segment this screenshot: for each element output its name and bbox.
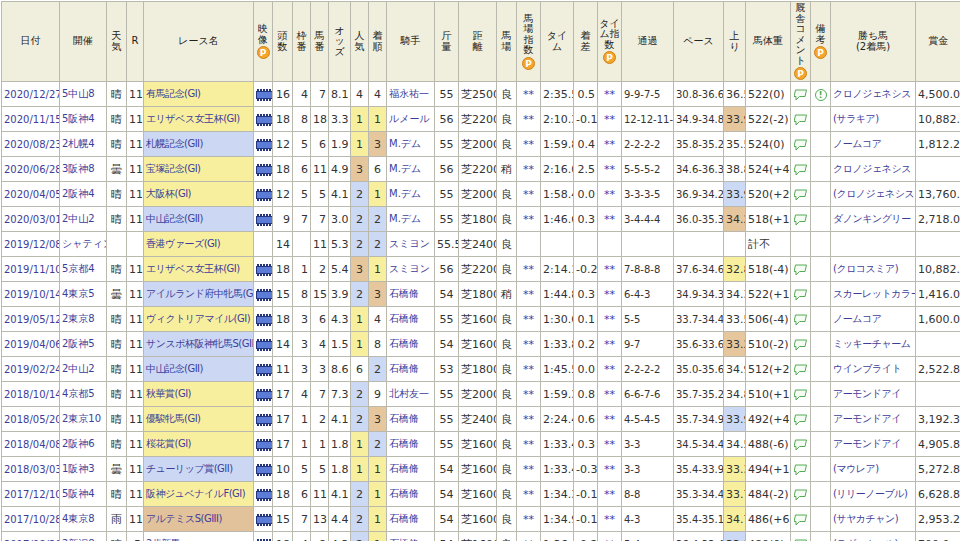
video-film-icon[interactable] xyxy=(256,514,273,526)
video-cell[interactable] xyxy=(254,257,273,282)
comment-bubble-icon[interactable] xyxy=(794,164,808,176)
venue-link[interactable]: 2新潟8 xyxy=(60,532,107,541)
jockey-link[interactable]: M.デム xyxy=(387,182,435,207)
race-link[interactable]: 優駿牝馬(GI) xyxy=(144,407,254,432)
venue-link[interactable]: 2阪神6 xyxy=(60,432,107,457)
date-link[interactable]: 2019/04/06 xyxy=(2,332,60,357)
remark-cell[interactable] xyxy=(811,257,831,282)
remark-cell[interactable] xyxy=(811,357,831,382)
comment-bubble-icon[interactable] xyxy=(794,89,808,101)
stable-comment-cell[interactable] xyxy=(791,307,811,332)
race-link[interactable]: ヴィクトリアマイル(GI) xyxy=(144,307,254,332)
jockey-link[interactable]: M.デム xyxy=(387,157,435,182)
premium-p-icon[interactable]: P xyxy=(603,51,616,64)
jockey-link[interactable]: 北村友一 xyxy=(387,382,435,407)
date-link[interactable]: 2018/04/08 xyxy=(2,432,60,457)
venue-link[interactable]: 3阪神8 xyxy=(60,157,107,182)
jockey-link[interactable]: 石橋脩 xyxy=(387,432,435,457)
remark-cell[interactable] xyxy=(811,432,831,457)
comment-bubble-icon[interactable] xyxy=(794,264,808,276)
jockey-link[interactable]: M.デム xyxy=(387,132,435,157)
winner-link[interactable]: アーモンドアイ xyxy=(831,407,916,432)
winner-link[interactable]: ノームコア xyxy=(831,307,916,332)
video-cell[interactable] xyxy=(254,382,273,407)
video-cell[interactable] xyxy=(254,357,273,382)
winner-link[interactable]: スカーレットカラー xyxy=(831,282,916,307)
video-cell[interactable] xyxy=(254,407,273,432)
stable-comment-cell[interactable] xyxy=(791,432,811,457)
race-link[interactable]: 中山記念(GII) xyxy=(144,207,254,232)
premium-p-icon[interactable]: P xyxy=(794,67,807,80)
date-link[interactable]: 2017/10/28 xyxy=(2,507,60,532)
jockey-link[interactable]: 石橋脩 xyxy=(387,282,435,307)
comment-bubble-icon[interactable] xyxy=(794,514,808,526)
race-link[interactable]: エリザベス女王杯(GI) xyxy=(144,257,254,282)
jockey-link[interactable]: 石橋脩 xyxy=(387,357,435,382)
remark-cell[interactable] xyxy=(811,407,831,432)
venue-link[interactable]: 2中山2 xyxy=(60,357,107,382)
winner-link[interactable]: アーモンドアイ xyxy=(831,382,916,407)
remark-cell[interactable] xyxy=(811,382,831,407)
race-link[interactable]: アイルランド府中牝馬(GII) xyxy=(144,282,254,307)
remark-cell[interactable] xyxy=(811,507,831,532)
comment-bubble-icon[interactable] xyxy=(794,314,808,326)
venue-link[interactable]: 2東京10 xyxy=(60,407,107,432)
date-link[interactable]: 2017/12/10 xyxy=(2,482,60,507)
remark-cell[interactable] xyxy=(811,132,831,157)
jockey-link[interactable]: 福永祐一 xyxy=(387,82,435,107)
comment-bubble-icon[interactable] xyxy=(794,114,808,126)
race-link[interactable]: 大阪杯(GI) xyxy=(144,182,254,207)
stable-comment-cell[interactable] xyxy=(791,332,811,357)
race-link[interactable]: 有馬記念(GI) xyxy=(144,82,254,107)
stable-comment-cell[interactable] xyxy=(791,257,811,282)
race-link[interactable]: 宝塚記念(GI) xyxy=(144,157,254,182)
remark-cell[interactable] xyxy=(811,482,831,507)
date-link[interactable]: 2020/04/05 xyxy=(2,182,60,207)
jockey-link[interactable]: スミヨン xyxy=(387,257,435,282)
premium-p-icon[interactable]: P xyxy=(814,46,827,59)
jockey-link[interactable]: スミヨン xyxy=(387,232,435,257)
video-film-icon[interactable] xyxy=(256,414,273,426)
remark-cell[interactable] xyxy=(811,207,831,232)
venue-link[interactable]: シャティン xyxy=(60,232,107,257)
video-film-icon[interactable] xyxy=(256,389,273,401)
stable-comment-cell[interactable] xyxy=(791,532,811,541)
stable-comment-cell[interactable] xyxy=(791,157,811,182)
winner-link[interactable] xyxy=(831,232,916,257)
venue-link[interactable]: 5京都4 xyxy=(60,257,107,282)
jockey-link[interactable]: M.デム xyxy=(387,207,435,232)
winner-link[interactable]: ノームコア xyxy=(831,132,916,157)
video-cell[interactable] xyxy=(254,82,273,107)
venue-link[interactable]: 5阪神4 xyxy=(60,482,107,507)
video-film-icon[interactable] xyxy=(256,289,273,301)
comment-bubble-icon[interactable] xyxy=(794,439,808,451)
winner-link[interactable]: クロノジェネシス xyxy=(831,157,916,182)
comment-bubble-icon[interactable] xyxy=(794,464,808,476)
date-link[interactable]: 2019/05/12 xyxy=(2,307,60,332)
date-link[interactable]: 2019/11/10 xyxy=(2,257,60,282)
stable-comment-cell[interactable] xyxy=(791,457,811,482)
stable-comment-cell[interactable] xyxy=(791,82,811,107)
date-link[interactable]: 2020/03/01 xyxy=(2,207,60,232)
venue-link[interactable]: 2東京8 xyxy=(60,307,107,332)
winner-link[interactable]: クロノジェネシス xyxy=(831,82,916,107)
comment-bubble-icon[interactable] xyxy=(794,214,808,226)
race-link[interactable]: 香港ヴァーズ(GI) xyxy=(144,232,254,257)
date-link[interactable]: 2017/08/20 xyxy=(2,532,60,541)
video-cell[interactable] xyxy=(254,482,273,507)
venue-link[interactable]: 2中山2 xyxy=(60,207,107,232)
video-cell[interactable] xyxy=(254,157,273,182)
comment-bubble-icon[interactable] xyxy=(794,139,808,151)
video-cell[interactable] xyxy=(254,132,273,157)
comment-bubble-icon[interactable] xyxy=(794,389,808,401)
date-link[interactable]: 2020/08/23 xyxy=(2,132,60,157)
stable-comment-cell[interactable] xyxy=(791,482,811,507)
venue-link[interactable]: 2札幌4 xyxy=(60,132,107,157)
video-film-icon[interactable] xyxy=(256,89,273,101)
video-cell[interactable] xyxy=(254,207,273,232)
comment-bubble-icon[interactable] xyxy=(794,414,808,426)
video-film-icon[interactable] xyxy=(256,489,273,501)
jockey-link[interactable]: ルメール xyxy=(387,107,435,132)
comment-bubble-icon[interactable] xyxy=(794,364,808,376)
venue-link[interactable]: 1阪神3 xyxy=(60,457,107,482)
